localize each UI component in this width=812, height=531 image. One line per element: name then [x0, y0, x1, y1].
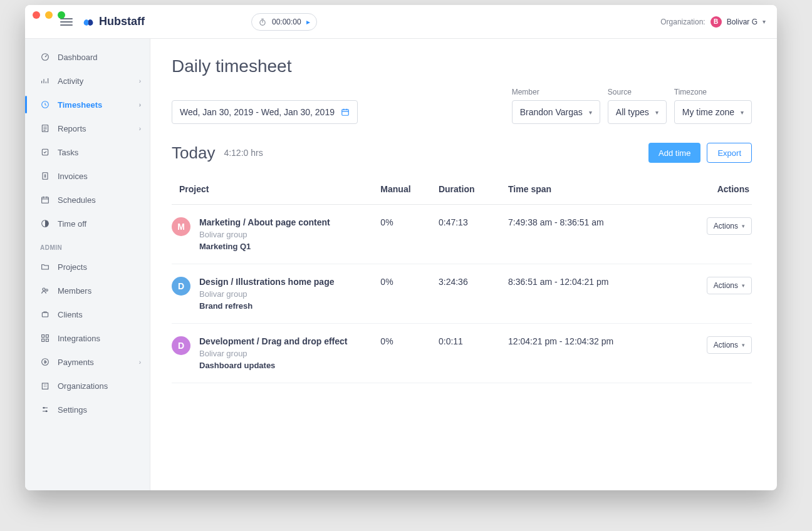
- sidebar-item-label: Clients: [58, 310, 83, 319]
- minimize-window-icon[interactable]: [45, 11, 53, 19]
- row-actions-button[interactable]: Actions▾: [707, 277, 752, 294]
- export-button[interactable]: Export: [707, 143, 752, 163]
- project-task: Marketing Q1: [199, 242, 330, 251]
- app-window: Hubstaff 00:00:00 ▸ Organization: B Boli…: [25, 5, 777, 490]
- svg-point-20: [46, 410, 48, 412]
- sidebar-item-tasks[interactable]: Tasks: [25, 140, 150, 164]
- sidebar-item-invoices[interactable]: Invoices: [25, 164, 150, 188]
- sidebar-item-members[interactable]: Members: [25, 279, 150, 302]
- page-title: Daily timesheet: [172, 56, 752, 76]
- sidebar-item-clients[interactable]: Clients: [25, 302, 150, 326]
- sidebar-item-time-off[interactable]: Time off: [25, 212, 150, 235]
- timezone-filter-value: My time zone: [682, 107, 734, 117]
- date-range-picker[interactable]: Wed, Jan 30, 2019 - Wed, Jan 30, 2019: [172, 100, 358, 124]
- schedules-icon: [40, 195, 50, 205]
- organizations-icon: [40, 381, 50, 391]
- cell-manual: 0%: [380, 264, 439, 324]
- activity-icon: [40, 76, 50, 86]
- source-filter-value: All types: [616, 107, 649, 117]
- sidebar-item-label: Timesheets: [58, 100, 102, 110]
- timesheet-table: Project Manual Duration Time span Action…: [172, 184, 752, 383]
- cell-manual: 0%: [380, 205, 439, 264]
- chevron-right-icon: ›: [139, 101, 141, 108]
- calendar-icon: [341, 108, 350, 116]
- time-off-icon: [40, 219, 50, 229]
- col-project: Project: [172, 184, 380, 205]
- sidebar-item-integrations[interactable]: Integrations: [25, 326, 150, 350]
- sidebar-item-label: Settings: [58, 405, 87, 415]
- controls-row: Wed, Jan 30, 2019 - Wed, Jan 30, 2019 Me…: [172, 88, 752, 124]
- chevron-down-icon: ▾: [742, 342, 745, 348]
- svg-rect-16: [46, 339, 48, 341]
- chevron-down-icon: ▾: [763, 18, 766, 25]
- sidebar-item-settings[interactable]: Settings: [25, 398, 150, 421]
- sidebar-item-label: Schedules: [58, 195, 96, 205]
- svg-point-11: [46, 289, 48, 291]
- sidebar-section-admin: ADMIN: [25, 235, 150, 255]
- sidebar-item-organizations[interactable]: Organizations: [25, 374, 150, 398]
- member-filter-select[interactable]: Brandon Vargas ▾: [512, 100, 600, 124]
- project-task: Dashboard updates: [199, 361, 347, 370]
- org-switcher[interactable]: Organization: B Bolivar G ▾: [660, 16, 766, 28]
- sidebar-item-label: Reports: [58, 124, 86, 133]
- close-window-icon[interactable]: [33, 11, 40, 19]
- cell-duration: 0:0:11: [439, 324, 508, 383]
- brand-logo[interactable]: Hubstaff: [81, 15, 145, 29]
- timer-widget[interactable]: 00:00:00 ▸: [251, 13, 317, 31]
- project-org: Bolivar group: [199, 349, 347, 358]
- cell-manual: 0%: [380, 324, 439, 383]
- org-name: Bolivar G: [727, 18, 757, 26]
- cell-timespan: 7:49:38 am - 8:36:51 am: [508, 205, 682, 264]
- chevron-down-icon: ▾: [589, 109, 592, 116]
- chevron-right-icon: ›: [139, 359, 141, 366]
- source-filter-select[interactable]: All types ▾: [608, 100, 667, 124]
- member-filter-label: Member: [512, 88, 600, 96]
- svg-rect-13: [42, 335, 44, 338]
- sidebar-item-label: Dashboard: [58, 53, 98, 62]
- payments-icon: [40, 357, 50, 367]
- table-row: MMarketing / About page contentBolivar g…: [172, 205, 752, 264]
- row-actions-button[interactable]: Actions▾: [707, 217, 752, 235]
- svg-rect-18: [42, 383, 48, 389]
- project-org: Bolivar group: [199, 230, 330, 239]
- maximize-window-icon[interactable]: [58, 11, 65, 19]
- project-task: Brand refresh: [199, 301, 334, 311]
- add-time-button[interactable]: Add time: [648, 143, 700, 163]
- sidebar-item-timesheets[interactable]: Timesheets›: [25, 93, 150, 116]
- hubstaff-logo-icon: [81, 15, 95, 29]
- invoices-icon: [40, 171, 50, 181]
- clients-icon: [40, 309, 50, 319]
- sidebar-item-reports[interactable]: Reports›: [25, 116, 150, 140]
- sidebar-item-dashboard[interactable]: Dashboard: [25, 45, 150, 69]
- col-actions: Actions: [682, 184, 752, 205]
- svg-rect-12: [42, 312, 48, 317]
- col-timespan: Time span: [508, 184, 682, 205]
- svg-rect-15: [42, 339, 44, 341]
- row-actions-button[interactable]: Actions▾: [707, 336, 752, 354]
- sidebar-item-activity[interactable]: Activity›: [25, 69, 150, 93]
- cell-timespan: 12:04:21 pm - 12:04:32 pm: [508, 324, 682, 383]
- project-avatar: D: [172, 277, 190, 296]
- sidebar-item-projects[interactable]: Projects: [25, 255, 150, 279]
- project-avatar: D: [172, 336, 190, 355]
- project-name: Marketing / About page content: [199, 217, 330, 227]
- sidebar-item-schedules[interactable]: Schedules: [25, 188, 150, 212]
- source-filter-label: Source: [608, 88, 667, 96]
- svg-rect-8: [42, 197, 49, 203]
- org-label: Organization:: [660, 18, 705, 26]
- sidebar-item-payments[interactable]: Payments›: [25, 350, 150, 374]
- timezone-filter-select[interactable]: My time zone ▾: [674, 100, 752, 124]
- chevron-right-icon: ›: [139, 125, 141, 132]
- chevron-down-icon: ▾: [742, 282, 745, 289]
- integrations-icon: [40, 333, 50, 343]
- cell-timespan: 8:36:51 am - 12:04:21 pm: [508, 264, 682, 324]
- sidebar-item-label: Integrations: [58, 334, 100, 343]
- sidebar-item-label: Organizations: [58, 381, 108, 391]
- project-name: Development / Drag and drop effect: [199, 336, 347, 346]
- timesheets-icon: [40, 100, 50, 110]
- timer-play-icon: ▸: [306, 18, 310, 26]
- project-avatar: M: [172, 217, 190, 236]
- timer-value: 00:00:00: [272, 18, 301, 26]
- sidebar-item-label: Invoices: [58, 172, 88, 181]
- org-avatar: B: [710, 16, 722, 28]
